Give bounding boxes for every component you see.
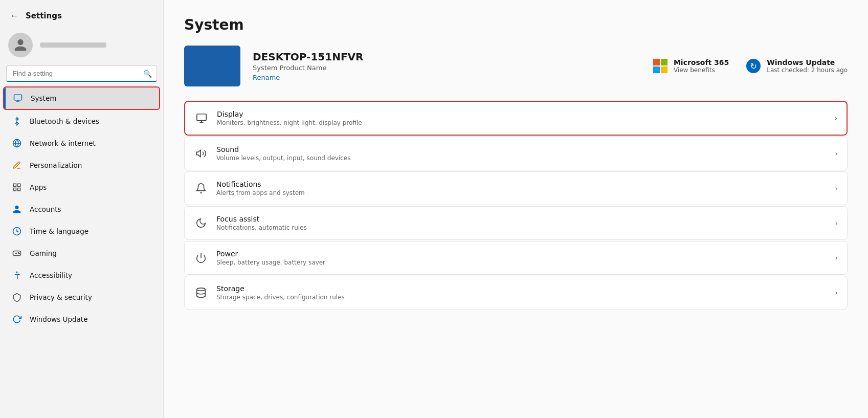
gaming-nav-icon: [11, 248, 23, 259]
page-title: System: [184, 16, 848, 33]
device-card: DESKTOP-151NFVR System Product Name Rena…: [184, 46, 848, 86]
settings-item-power[interactable]: PowerSleep, battery usage, battery saver…: [184, 241, 848, 275]
apps-nav-icon: [11, 182, 23, 193]
sidebar-item-system[interactable]: System: [3, 86, 160, 110]
storage-desc: Storage space, drives, configuration rul…: [216, 294, 827, 301]
svg-marker-19: [196, 150, 201, 157]
notifications-icon: [194, 181, 208, 195]
widget-microsoft365-text: Microsoft 365 View benefits: [674, 58, 729, 74]
sidebar-item-gaming[interactable]: Gaming: [3, 243, 160, 264]
svg-point-14: [19, 253, 20, 254]
time-nav-icon: [11, 226, 23, 237]
sidebar-item-label-network: Network & internet: [30, 139, 96, 147]
svg-rect-8: [18, 188, 20, 191]
sidebar-header: ← Settings: [0, 0, 163, 27]
power-title: Power: [216, 250, 827, 258]
sidebar-item-time[interactable]: Time & language: [3, 221, 160, 242]
privacy-nav-icon: [11, 292, 23, 303]
svg-rect-16: [197, 114, 206, 121]
user-section: [0, 27, 163, 65]
widget-microsoft365: Microsoft 365 View benefits: [652, 58, 729, 74]
display-text: DisplayMonitors, brightness, night light…: [217, 110, 826, 126]
sidebar: ← Settings 🔍 SystemBluetooth & devicesNe…: [0, 0, 164, 418]
sidebar-item-label-apps: Apps: [30, 183, 47, 191]
sidebar-item-windows-update[interactable]: Windows Update: [3, 309, 160, 330]
storage-text: StorageStorage space, drives, configurat…: [216, 284, 827, 301]
settings-item-display[interactable]: DisplayMonitors, brightness, night light…: [184, 101, 848, 136]
sidebar-item-label-windows-update: Windows Update: [30, 315, 87, 323]
svg-rect-6: [18, 184, 20, 186]
sidebar-item-apps[interactable]: Apps: [3, 177, 160, 198]
svg-rect-2: [17, 100, 19, 101]
accounts-nav-icon: [11, 204, 23, 215]
back-button[interactable]: ←: [8, 9, 20, 23]
windows-update-title: Windows Update: [767, 58, 848, 67]
search-box: 🔍: [6, 65, 157, 82]
settings-list: DisplayMonitors, brightness, night light…: [184, 101, 848, 310]
sound-desc: Volume levels, output, input, sound devi…: [216, 155, 827, 162]
power-chevron-icon: ›: [835, 254, 838, 262]
device-monitor-image: [184, 46, 240, 86]
bluetooth-nav-icon: [11, 116, 23, 127]
search-input[interactable]: [6, 65, 157, 82]
device-rename-link[interactable]: Rename: [253, 74, 280, 81]
focus-assist-title: Focus assist: [216, 215, 827, 223]
user-name: [40, 42, 106, 48]
microsoft365-title: Microsoft 365: [674, 58, 729, 67]
sidebar-item-accounts[interactable]: Accounts: [3, 199, 160, 220]
svg-point-21: [197, 288, 206, 291]
system-nav-icon: [12, 93, 24, 104]
windows-update-icon: ↻: [745, 58, 762, 74]
svg-rect-0: [14, 95, 22, 100]
device-widgets: Microsoft 365 View benefits ↻ Windows Up…: [652, 58, 848, 74]
sound-icon: [194, 146, 208, 161]
sidebar-item-label-bluetooth: Bluetooth & devices: [30, 117, 99, 125]
sidebar-item-network[interactable]: Network & internet: [3, 133, 160, 154]
search-icon: 🔍: [143, 70, 152, 78]
device-subtitle: System Product Name: [253, 64, 640, 72]
settings-item-sound[interactable]: SoundVolume levels, output, input, sound…: [184, 137, 848, 170]
windows-update-subtitle: Last checked: 2 hours ago: [767, 67, 848, 74]
sidebar-item-accessibility[interactable]: Accessibility: [3, 265, 160, 286]
svg-rect-1: [16, 101, 19, 102]
widget-windows-update-text: Windows Update Last checked: 2 hours ago: [767, 58, 848, 74]
settings-item-storage[interactable]: StorageStorage space, drives, configurat…: [184, 276, 848, 310]
accessibility-nav-icon: [11, 270, 23, 281]
notifications-desc: Alerts from apps and system: [216, 189, 827, 196]
display-desc: Monitors, brightness, night light, displ…: [217, 119, 826, 126]
avatar: [8, 33, 33, 57]
settings-item-focus-assist[interactable]: Focus assistNotifications, automatic rul…: [184, 206, 848, 240]
storage-icon: [194, 285, 208, 300]
settings-item-notifications[interactable]: NotificationsAlerts from apps and system…: [184, 171, 848, 205]
power-desc: Sleep, battery usage, battery saver: [216, 259, 827, 266]
sidebar-item-label-accessibility: Accessibility: [30, 271, 72, 279]
focus-assist-chevron-icon: ›: [835, 219, 838, 227]
sidebar-item-bluetooth[interactable]: Bluetooth & devices: [3, 111, 160, 132]
notifications-text: NotificationsAlerts from apps and system: [216, 180, 827, 196]
focus-assist-desc: Notifications, automatic rules: [216, 224, 827, 231]
device-info: DESKTOP-151NFVR System Product Name Rena…: [253, 51, 640, 81]
sidebar-item-personalization[interactable]: Personalization: [3, 155, 160, 176]
sidebar-item-label-gaming: Gaming: [30, 249, 57, 257]
display-title: Display: [217, 110, 826, 118]
svg-point-15: [16, 272, 18, 273]
display-chevron-icon: ›: [834, 114, 837, 122]
power-icon: [194, 251, 208, 265]
microsoft365-icon: [652, 58, 669, 74]
main-content: System DESKTOP-151NFVR System Product Na…: [164, 0, 868, 418]
network-nav-icon: [11, 138, 23, 149]
sidebar-item-label-accounts: Accounts: [30, 205, 61, 213]
personalization-nav-icon: [11, 160, 23, 171]
sidebar-item-label-personalization: Personalization: [30, 161, 82, 169]
sidebar-item-label-time: Time & language: [30, 227, 88, 235]
sound-text: SoundVolume levels, output, input, sound…: [216, 145, 827, 162]
sidebar-item-privacy[interactable]: Privacy & security: [3, 287, 160, 308]
power-text: PowerSleep, battery usage, battery saver: [216, 250, 827, 266]
sidebar-item-label-privacy: Privacy & security: [30, 293, 92, 301]
windows-update-nav-icon: [11, 314, 23, 325]
focus-assist-icon: [194, 216, 208, 230]
svg-rect-7: [13, 188, 16, 191]
sidebar-item-label-system: System: [31, 94, 56, 102]
focus-assist-text: Focus assistNotifications, automatic rul…: [216, 215, 827, 231]
storage-title: Storage: [216, 284, 827, 293]
